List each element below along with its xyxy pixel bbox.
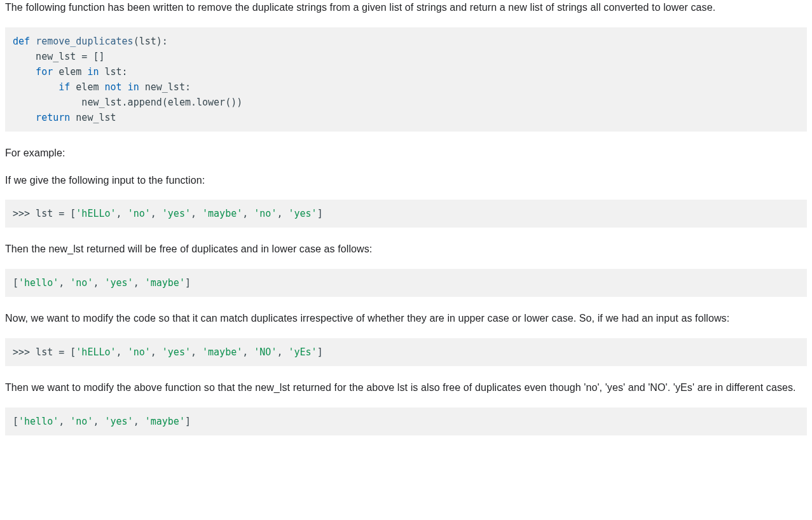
- func-params: (lst):: [134, 36, 168, 47]
- code-text: new_lst:: [139, 81, 191, 93]
- string-literal: 'hELLo': [76, 346, 116, 358]
- string-literal: 'hELLo': [76, 208, 116, 219]
- kw-in-2: in: [128, 81, 139, 93]
- code-output-2: ['hello', 'no', 'yes', 'maybe']: [5, 407, 807, 435]
- code-text: ,: [191, 208, 202, 219]
- code-text: ,: [116, 346, 128, 358]
- code-text: ,: [93, 416, 104, 427]
- kw-return: return: [13, 112, 70, 123]
- now-modify-paragraph: Now, we want to modify the code so that …: [5, 311, 807, 327]
- kw-for: for: [13, 66, 53, 78]
- code-text: ]: [317, 208, 323, 219]
- code-text: ,: [151, 208, 162, 219]
- string-literal: 'no': [128, 346, 151, 358]
- for-example-paragraph: For example:: [5, 146, 807, 161]
- code-text: elem: [53, 66, 87, 78]
- string-literal: 'maybe': [145, 416, 185, 427]
- code-input-1: >>> lst = ['hELLo', 'no', 'yes', 'maybe'…: [5, 200, 807, 228]
- code-text: ,: [58, 416, 70, 427]
- code-text: ,: [134, 277, 145, 289]
- string-literal: 'hello': [18, 416, 58, 427]
- code-text: ,: [191, 346, 202, 358]
- string-literal: 'yes': [105, 416, 134, 427]
- code-text: ,: [93, 277, 104, 289]
- code-text: ,: [58, 277, 70, 289]
- code-line-5: new_lst.append(elem.lower()): [13, 97, 242, 108]
- code-text: ,: [277, 208, 288, 219]
- code-text: elem: [70, 81, 104, 93]
- code-text: >>> lst = [: [13, 208, 76, 219]
- kw-not: not: [105, 81, 122, 93]
- code-text: ,: [277, 346, 288, 358]
- string-literal: 'no': [128, 208, 151, 219]
- string-literal: 'yes': [105, 277, 134, 289]
- intro-paragraph: The following function has been written …: [5, 0, 807, 16]
- code-input-2: >>> lst = ['hELLo', 'no', 'yes', 'maybe'…: [5, 338, 807, 366]
- kw-in: in: [87, 66, 99, 78]
- code-text: ]: [185, 416, 191, 427]
- code-text: ,: [242, 346, 254, 358]
- code-text: lst:: [99, 66, 127, 78]
- code-function-def: def remove_duplicates(lst): new_lst = []…: [5, 27, 807, 132]
- then-we-want-paragraph: Then we want to modify the above functio…: [5, 380, 807, 396]
- string-literal: 'no': [70, 416, 93, 427]
- string-literal: 'maybe': [145, 277, 185, 289]
- code-text: ,: [116, 208, 128, 219]
- string-literal: 'maybe': [202, 346, 242, 358]
- string-literal: 'hello': [18, 277, 58, 289]
- string-literal: 'no': [70, 277, 93, 289]
- string-literal: 'no': [254, 208, 277, 219]
- kw-if: if: [13, 81, 70, 93]
- string-literal: 'NO': [254, 346, 277, 358]
- code-output-1: ['hello', 'no', 'yes', 'maybe']: [5, 269, 807, 297]
- string-literal: 'yes': [162, 346, 191, 358]
- code-text: ,: [134, 416, 145, 427]
- code-text: [: [13, 277, 18, 289]
- string-literal: 'yEs': [289, 346, 317, 358]
- code-text: new_lst: [70, 112, 116, 123]
- code-text: ]: [185, 277, 191, 289]
- string-literal: 'yes': [289, 208, 317, 219]
- code-text: ,: [242, 208, 254, 219]
- kw-def: def: [13, 36, 30, 47]
- func-name: remove_duplicates: [36, 36, 134, 47]
- code-text: [122, 81, 128, 93]
- code-text: ,: [151, 346, 162, 358]
- string-literal: 'yes': [162, 208, 191, 219]
- if-input-paragraph: If we give the following input to the fu…: [5, 173, 807, 189]
- code-text: ]: [317, 346, 323, 358]
- code-text: [: [13, 416, 18, 427]
- then-returned-paragraph: Then the new_lst returned will be free o…: [5, 242, 807, 257]
- code-line-2: new_lst = []: [13, 51, 105, 62]
- string-literal: 'maybe': [202, 208, 242, 219]
- code-text: >>> lst = [: [13, 346, 76, 358]
